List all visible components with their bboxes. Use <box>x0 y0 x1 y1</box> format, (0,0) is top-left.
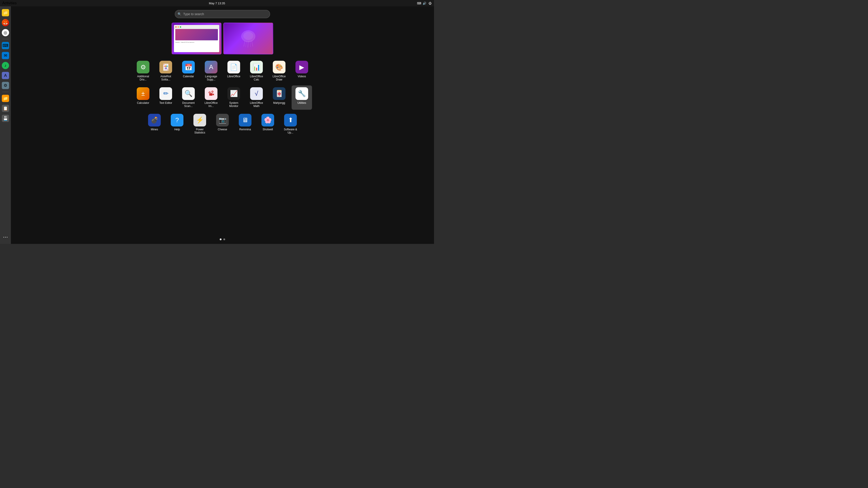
software-updater-label: Software & Up... <box>281 128 300 134</box>
files2-icon: 📁 <box>2 95 9 102</box>
unknown2-icon: 💾 <box>2 115 9 122</box>
page-dot-1[interactable] <box>223 238 225 240</box>
app-item-libreoffice-math[interactable]: √LibreOffice Math <box>246 86 267 110</box>
sidebar-item-albert[interactable]: A <box>1 71 10 80</box>
app-item-document-scanner[interactable]: 🔍Document Scan... <box>178 86 198 110</box>
libreoffice-impress-icon: 📽 <box>205 87 217 100</box>
sidebar-item-chrome[interactable]: ◎ <box>1 28 10 37</box>
firefox-icon: 🦊 <box>2 19 9 26</box>
vscode-icon: ⌨ <box>2 42 9 49</box>
app-item-libreoffice[interactable]: 📄LibreOffice <box>224 59 244 83</box>
sidebar-item-files[interactable]: 📁 <box>1 8 10 17</box>
text-editor-icon: ✏ <box>159 87 172 100</box>
sidebar-item-settings[interactable]: ⚙ <box>1 81 10 90</box>
app-item-additional-drivers[interactable]: ⚙Additional Driv... <box>133 59 153 83</box>
calendar-icon: 📅 <box>182 61 195 73</box>
mahjongg-label: Mahjongg <box>273 101 285 104</box>
thunderbird-icon: ✉ <box>2 52 9 59</box>
app-item-libreoffice-impress[interactable]: 📽LibreOffice Im... <box>201 86 221 110</box>
help-icon: ? <box>171 114 183 127</box>
aisleriot-solitaire-label: AisleRiot Solita... <box>156 75 175 82</box>
libreoffice-math-icon: √ <box>250 87 263 100</box>
power-statistics-icon: ⚡ <box>193 114 206 127</box>
app-item-cheese[interactable]: 📷Cheese <box>212 112 232 136</box>
show-applications-button[interactable]: ⋯ <box>1 233 10 241</box>
utilities-label: Utilities <box>298 101 306 104</box>
utilities-icon: 🔧 <box>296 87 308 100</box>
albert-icon: A <box>2 72 9 79</box>
topbar: Activities May 7 13:35 ⌨ 🔊 ⏻ <box>0 0 434 6</box>
search-icon: 🔍 <box>178 12 181 16</box>
app-item-language-support[interactable]: ALanguage Supp... <box>201 59 221 83</box>
topbar-right-icons: ⌨ 🔊 ⏻ <box>417 1 432 5</box>
app-item-help[interactable]: ?Help <box>167 112 187 136</box>
power-icon[interactable]: ⏻ <box>428 1 432 5</box>
sidebar-item-spotify[interactable]: ♪ <box>1 61 10 70</box>
system-monitor-label: System Monitor <box>224 101 243 108</box>
desktop-thumbnail[interactable] <box>223 23 273 55</box>
aisleriot-solitaire-icon: 🃏 <box>159 61 172 73</box>
app-item-calculator[interactable]: ±Calculator <box>133 86 153 110</box>
svg-line-3 <box>246 41 246 47</box>
remmina-icon: 🖥 <box>239 114 251 127</box>
svg-line-5 <box>250 41 251 47</box>
additional-drivers-label: Additional Driv... <box>134 75 152 82</box>
app-item-videos[interactable]: ▶Videos <box>291 59 312 83</box>
app-row-0: ⚙Additional Driv...🃏AisleRiot Solita...📅… <box>133 59 312 83</box>
page-dots <box>220 238 225 240</box>
svg-point-1 <box>243 32 253 40</box>
app-row-1: ±Calculator✏Text Editor🔍Document Scan...… <box>133 86 312 110</box>
activities-button[interactable]: Activities <box>2 1 17 5</box>
app-item-software-updater[interactable]: ⬆Software & Up... <box>280 112 301 136</box>
firefox-thumbnail[interactable]: PalmyTech — Galaxy S6 LTE First Impressi… <box>172 23 221 55</box>
libreoffice-calc-icon: 📊 <box>250 61 263 73</box>
calendar-label: Calendar <box>183 75 194 78</box>
videos-label: Videos <box>298 75 306 78</box>
settings-icon: ⚙ <box>2 82 9 89</box>
libreoffice-draw-label: LibreOffice Draw <box>270 75 288 82</box>
app-item-libreoffice-calc[interactable]: 📊LibreOffice Calc <box>246 59 267 83</box>
libreoffice-label: LibreOffice <box>227 75 240 78</box>
app-item-shotwell[interactable]: 🌸Shotwell <box>257 112 278 136</box>
system-monitor-icon: 📈 <box>227 87 240 100</box>
keyboard-icon[interactable]: ⌨ <box>417 1 421 5</box>
sidebar-item-unknown2[interactable]: 💾 <box>1 114 10 123</box>
document-scanner-icon: 🔍 <box>182 87 195 100</box>
unknown1-icon: 📋 <box>2 105 9 112</box>
volume-icon[interactable]: 🔊 <box>423 1 426 5</box>
app-item-libreoffice-draw[interactable]: 🎨LibreOffice Draw <box>269 59 289 83</box>
app-item-aisleriot-solitaire[interactable]: 🃏AisleRiot Solita... <box>156 59 176 83</box>
language-support-label: Language Supp... <box>202 75 220 82</box>
chrome-icon: ◎ <box>2 29 9 36</box>
libreoffice-math-label: LibreOffice Math <box>247 101 266 108</box>
search-container: 🔍 <box>175 10 270 18</box>
app-item-mahjongg[interactable]: 🀄Mahjongg <box>269 86 289 110</box>
shotwell-label: Shotwell <box>262 128 273 131</box>
search-input[interactable] <box>175 10 270 18</box>
app-item-utilities[interactable]: 🔧Utilities <box>291 86 312 110</box>
mahjongg-icon: 🀄 <box>273 87 285 100</box>
app-drawer: 🔍 PalmyTech — Galaxy S6 LTE First Impres… <box>11 6 434 244</box>
app-grid: ⚙Additional Driv...🃏AisleRiot Solita...📅… <box>133 59 312 136</box>
sidebar-item-firefox[interactable]: 🦊 <box>1 18 10 27</box>
app-item-mines[interactable]: 💣Mines <box>144 112 165 136</box>
grid-view-icon: ⋯ <box>2 233 9 241</box>
app-item-power-statistics[interactable]: ⚡Power Statistics <box>190 112 210 136</box>
sidebar-item-vscode[interactable]: ⌨ <box>1 41 10 50</box>
sidebar-item-files2[interactable]: 📁 <box>1 94 10 103</box>
app-row-2: 💣Mines?Help⚡Power Statistics📷Cheese🖥Remm… <box>133 112 312 136</box>
svg-line-6 <box>252 41 253 46</box>
language-support-icon: A <box>205 61 217 73</box>
app-item-system-monitor[interactable]: 📈System Monitor <box>224 86 244 110</box>
sidebar-item-unknown1[interactable]: 📋 <box>1 104 10 113</box>
power-statistics-label: Power Statistics <box>190 128 209 134</box>
app-item-calendar[interactable]: 📅Calendar <box>178 59 198 83</box>
cheese-icon: 📷 <box>216 114 229 127</box>
app-item-text-editor[interactable]: ✏Text Editor <box>156 86 176 110</box>
app-item-remmina[interactable]: 🖥Remmina <box>235 112 255 136</box>
svg-line-2 <box>244 41 245 46</box>
shotwell-icon: 🌸 <box>261 114 274 127</box>
page-dot-0[interactable] <box>220 238 221 240</box>
sidebar-item-thunderbird[interactable]: ✉ <box>1 51 10 60</box>
software-updater-icon: ⬆ <box>284 114 297 127</box>
